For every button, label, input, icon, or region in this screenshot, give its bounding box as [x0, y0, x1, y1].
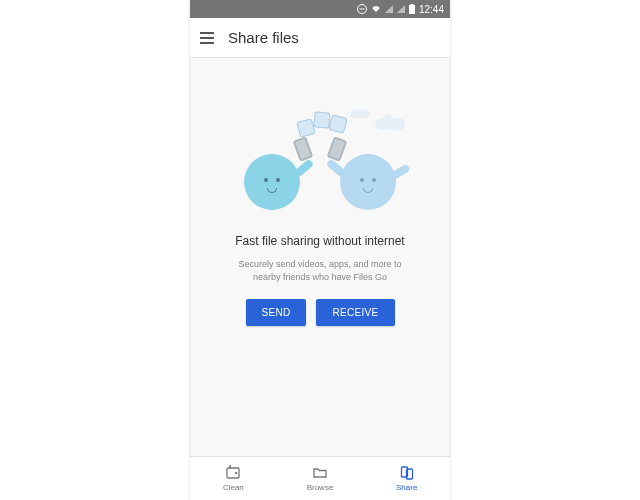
main-heading: Fast file sharing without internet [235, 234, 404, 248]
nav-label: Clean [223, 483, 244, 492]
page-title: Share files [228, 29, 299, 46]
folder-icon [312, 465, 328, 481]
battery-icon [409, 4, 415, 14]
menu-icon[interactable] [200, 32, 214, 44]
share-icon [399, 465, 415, 481]
nav-share[interactable]: Share [363, 457, 450, 500]
nav-clean[interactable]: Clean [190, 457, 277, 500]
phone-screen: 12:44 Share files Fast file [190, 0, 450, 500]
main-content: Fast file sharing without internet Secur… [190, 58, 450, 456]
status-time: 12:44 [419, 4, 444, 15]
signal-icon [385, 5, 393, 13]
nav-label: Browse [307, 483, 334, 492]
main-subtext: Securely send videos, apps, and more to … [230, 258, 410, 283]
wifi-icon [371, 4, 381, 14]
phone-icon [327, 136, 348, 161]
phone-icon [293, 136, 314, 161]
status-bar: 12:44 [190, 0, 450, 18]
character-icon [244, 154, 300, 210]
signal-icon-2 [397, 5, 405, 13]
nav-browse[interactable]: Browse [277, 457, 364, 500]
svg-rect-3 [409, 5, 415, 14]
svg-rect-4 [227, 468, 239, 478]
clean-icon [225, 465, 241, 481]
share-illustration [220, 108, 420, 218]
file-icon [328, 114, 348, 134]
action-buttons: SEND RECEIVE [246, 299, 395, 326]
svg-rect-2 [410, 4, 413, 5]
cloud-icon [375, 118, 405, 130]
receive-button[interactable]: RECEIVE [316, 299, 394, 326]
send-button[interactable]: SEND [246, 299, 307, 326]
nav-label: Share [396, 483, 417, 492]
dnd-icon [357, 4, 367, 14]
cloud-icon [350, 110, 370, 118]
app-bar: Share files [190, 18, 450, 58]
character-icon [340, 154, 396, 210]
bottom-nav: Clean Browse Share [190, 456, 450, 500]
